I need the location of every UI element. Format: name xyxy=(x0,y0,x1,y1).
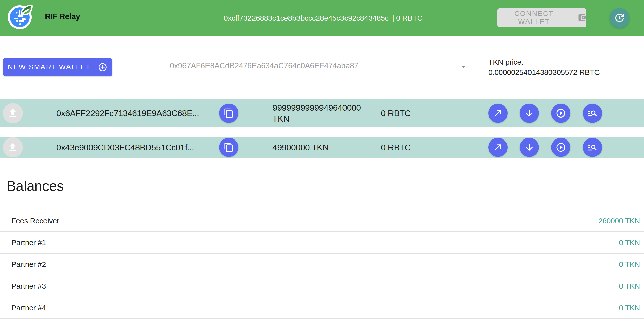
wallet-rbtc-balance: 0 RBTC xyxy=(381,108,411,118)
balance-label: Fees Receiver xyxy=(11,217,59,225)
copy-address-button[interactable] xyxy=(219,138,238,157)
wallet-token-balance: 49900000 TKN xyxy=(272,142,379,153)
account-balance: | 0 RBTC xyxy=(392,14,422,22)
arrow-up-right-icon xyxy=(493,108,503,118)
balance-label: Partner #4 xyxy=(11,303,46,312)
new-smart-wallet-label: NEW SMART WALLET xyxy=(8,63,91,71)
wallet-icon xyxy=(577,13,586,22)
account-address: 0xcff73226883c1ce8b3bccc28e45c3c92c84348… xyxy=(224,14,388,22)
balances-table: Fees Receiver 260000 TKN Partner #1 0 TK… xyxy=(0,210,644,319)
token-price-value: 0.00000254014380305572 RBTC xyxy=(488,67,600,77)
balance-label: Partner #1 xyxy=(11,238,46,247)
arrow-up-right-icon xyxy=(493,142,503,152)
receive-button[interactable] xyxy=(520,104,539,123)
upload-deploy-icon xyxy=(7,107,19,119)
rif-logo-icon xyxy=(8,4,34,30)
wallet-address: 0x43e9009CD03FC48BD551Cc01f... xyxy=(56,143,194,152)
token-price-label: TKN price: xyxy=(488,57,600,67)
receive-button[interactable] xyxy=(520,138,539,157)
balances-title: Balances xyxy=(7,178,64,194)
balance-value: 0 TKN xyxy=(619,303,640,312)
copy-icon xyxy=(224,108,234,118)
app-header: RIF Relay 0xcff73226883c1ce8b3bccc28e45c… xyxy=(0,0,644,36)
table-row: Partner #1 0 TKN xyxy=(0,232,644,254)
table-row: Partner #2 0 TKN xyxy=(0,254,644,275)
copy-address-button[interactable] xyxy=(219,104,238,123)
table-row: Partner #4 0 TKN xyxy=(0,297,644,319)
transfer-button[interactable] xyxy=(488,104,508,123)
balance-value: 0 TKN xyxy=(619,238,640,247)
wallet-address: 0x6AFF2292Fc7134619E9A63C68E... xyxy=(56,108,199,118)
balance-value: 0 TKN xyxy=(619,282,640,290)
wallet-token-balance: 9999999999949640000 TKN xyxy=(272,102,379,124)
connected-account: 0xcff73226883c1ce8b3bccc28e45c3c92c84348… xyxy=(224,0,423,36)
play-circle-icon xyxy=(556,142,566,153)
token-price: TKN price: 0.00000254014380305572 RBTC xyxy=(488,57,600,77)
arrow-down-icon xyxy=(524,142,534,152)
relay-search-button[interactable] xyxy=(583,104,602,123)
balance-value: 260000 TKN xyxy=(598,217,640,225)
play-circle-icon xyxy=(556,108,566,119)
rif-relay-app: RIF Relay 0xcff73226883c1ce8b3bccc28e45c… xyxy=(0,0,644,327)
relay-search-button[interactable] xyxy=(583,138,602,157)
copy-icon xyxy=(224,142,234,152)
smart-wallet-row: 0x6AFF2292Fc7134619E9A63C68E... 99999999… xyxy=(0,99,644,127)
balance-label: Partner #3 xyxy=(11,282,46,290)
smart-wallet-select[interactable]: 0x967AF6E8ACdB2476Ea634aC764c0A6EF474aba… xyxy=(170,57,471,75)
arrow-down-icon xyxy=(524,108,534,118)
execute-button[interactable] xyxy=(551,104,570,123)
brand: RIF Relay xyxy=(8,4,80,30)
manage-search-icon xyxy=(587,142,598,153)
balance-value: 0 TKN xyxy=(619,260,640,269)
app-title: RIF Relay xyxy=(45,12,80,21)
table-row: Fees Receiver 260000 TKN xyxy=(0,210,644,232)
balance-label: Partner #2 xyxy=(11,260,46,269)
connect-wallet-button[interactable]: CONNECT WALLET xyxy=(497,8,586,27)
deploy-wallet-button[interactable] xyxy=(3,103,23,123)
execute-button[interactable] xyxy=(551,138,570,157)
refresh-button[interactable] xyxy=(610,8,629,28)
refresh-update-icon xyxy=(614,12,625,24)
add-circle-icon xyxy=(98,62,107,72)
smart-wallet-row: 0x43e9009CD03FC48BD551Cc01f... 49900000 … xyxy=(0,137,644,158)
table-row: Partner #3 0 TKN xyxy=(0,275,644,297)
section-divider xyxy=(0,161,644,161)
transfer-button[interactable] xyxy=(488,138,508,157)
connect-wallet-label: CONNECT WALLET xyxy=(497,10,571,26)
deploy-wallet-button[interactable] xyxy=(3,137,23,157)
selected-wallet-address: 0x967AF6E8ACdB2476Ea634aC764c0A6EF474aba… xyxy=(170,61,358,71)
wallet-rbtc-balance: 0 RBTC xyxy=(381,143,411,152)
manage-search-icon xyxy=(587,108,598,119)
chevron-down-icon xyxy=(459,63,467,71)
new-smart-wallet-button[interactable]: NEW SMART WALLET xyxy=(3,58,112,76)
upload-deploy-icon xyxy=(7,142,19,153)
